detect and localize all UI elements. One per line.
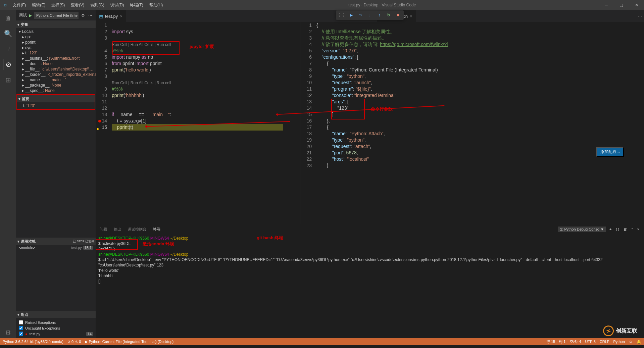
terminal-line: $ activate py36DL [98, 241, 641, 246]
panel-problems[interactable]: 问题 [100, 226, 107, 233]
variable-row[interactable]: ▸ __name__: '__main__' [16, 77, 96, 83]
menu-view[interactable]: 查看(V) [68, 1, 87, 9]
terminal-line: $ cd "c:\Users\shine\Desktop" ; env "PYT… [98, 257, 641, 268]
debug-settings-icon[interactable]: ⚙ [81, 12, 86, 18]
bottom-panel: 问题 输出 调试控制台 终端 2: Python Debug Conso ▼ +… [96, 224, 644, 338]
locals-header[interactable]: ▾ Locals [16, 29, 96, 34]
vscode-icon: ⧉ [0, 3, 10, 7]
step-out-button[interactable]: ↑ [375, 11, 384, 19]
maximize-button[interactable]: ▢ [614, 0, 629, 10]
callstack-header[interactable]: ▾调用堆栈已 STEP 已暂停 [16, 238, 96, 245]
variable-row[interactable]: ▸ t: '123' [16, 50, 96, 56]
variable-row[interactable]: ▸ __spec__: None [16, 88, 96, 93]
watch-item[interactable]: t: '123' [17, 103, 95, 108]
watermark: ✕创新互联 [603, 326, 637, 336]
debug-toolbar: ⋮⋮ ▶ ↷ ↓ ↑ ↻ ■ [336, 10, 404, 20]
variable-row[interactable]: ▸ pprint: [16, 40, 96, 45]
debug-icon[interactable]: ⊘ [3, 59, 13, 70]
variable-row[interactable]: ▸ __loader__: <_frozen_importlib_externa… [16, 72, 96, 77]
variable-row[interactable]: ▸ __builtins__: {'ArithmeticError': [16, 56, 96, 61]
minimize-button[interactable]: ─ [599, 0, 614, 10]
status-bar: Python 3.6.2 64-bit ('py36DL': conda) ⊘ … [0, 338, 644, 345]
explorer-icon[interactable]: 🗎 [3, 13, 13, 23]
drag-handle-icon[interactable]: ⋮⋮ [337, 11, 346, 19]
close-button[interactable]: ✕ [629, 0, 644, 10]
add-config-button[interactable]: 添加配置... [596, 147, 624, 157]
terminal-dropdown[interactable]: 2: Python Debug Conso ▼ [558, 227, 606, 232]
search-icon[interactable]: 🔍 [3, 28, 13, 39]
panel-output[interactable]: 输出 [114, 226, 121, 233]
menu-terminal[interactable]: 终端(T) [127, 1, 146, 9]
step-over-button[interactable]: ↷ [356, 11, 365, 19]
variable-row[interactable]: ▸ np: [16, 34, 96, 40]
menu-bar: 文件(F) 编辑(E) 选择(S) 查看(V) 转到(G) 调试(D) 终端(T… [10, 1, 165, 9]
menu-debug[interactable]: 调试(D) [108, 1, 127, 9]
status-bell-icon[interactable]: 🔔 [637, 340, 641, 344]
start-debug-button[interactable]: ▶ [29, 13, 32, 18]
stop-button[interactable]: ■ [394, 11, 402, 19]
menu-file[interactable]: 文件(F) [10, 1, 29, 9]
menu-select[interactable]: 选择(S) [49, 1, 67, 9]
menu-edit[interactable]: 编辑(E) [29, 1, 48, 9]
close-panel-icon[interactable]: × [637, 227, 640, 232]
status-python[interactable]: Python 3.6.2 64-bit ('py36DL': conda) [3, 340, 63, 344]
debug-sidebar: 调试 ▶ Python: Current File (Inte ▼ ⚙ ⋯ ▾变… [16, 10, 96, 338]
variable-row[interactable]: ▸ __package__: None [16, 83, 96, 88]
split-terminal-icon[interactable]: ⫿⫿ [615, 227, 620, 232]
panel-terminal[interactable]: 终端 [153, 225, 160, 233]
extensions-icon[interactable]: ⊞ [3, 74, 13, 85]
terminal-line: 'hhhhhh' [98, 273, 641, 279]
maximize-panel-icon[interactable]: ^ [631, 227, 634, 232]
variables-header[interactable]: ▾变量 [16, 21, 96, 28]
terminal-line: 'hello world' [98, 268, 641, 273]
debug-more-icon[interactable]: ⋯ [88, 12, 93, 18]
kill-terminal-icon[interactable]: 🗑 [623, 227, 628, 232]
status-launch[interactable]: ▶ Python: Current File (Integrated Termi… [85, 340, 174, 344]
tab-test-py[interactable]: ⬒test.py× [96, 10, 126, 22]
watch-header[interactable]: ▾监视 [17, 95, 95, 102]
variable-row[interactable]: ▸ __doc__: None [16, 61, 96, 66]
panel-debug-console[interactable]: 调试控制台 [128, 226, 146, 233]
terminal-line: (py36DL) [98, 246, 641, 252]
status-eol[interactable]: CRLF [600, 340, 609, 344]
variable-row[interactable]: ▸ sys: [16, 45, 96, 50]
minimap[interactable] [283, 22, 300, 224]
status-errors[interactable]: ⊘ 0 ⚠ 0 [67, 340, 81, 344]
step-into-button[interactable]: ↓ [365, 11, 374, 19]
variable-row[interactable]: ▸ __file__: 'c:\\Users\\shine\\Desktop\\… [16, 66, 96, 72]
terminal-body[interactable]: 激活conda 环境 git bash 终端 shine@DESKTOP-KLK… [96, 234, 644, 338]
scm-icon[interactable]: ⑂ [3, 44, 13, 54]
status-spaces[interactable]: 空格: 4 [569, 339, 581, 344]
editor-tab-bar: ⬒test.py× ⋮⋮ ▶ ↷ ↓ ↑ ↻ ■ ⫿⫿⋯ {}launch.js… [96, 10, 644, 22]
bp-raised[interactable]: Raised Exceptions [16, 319, 96, 325]
terminal-line: [] [98, 279, 641, 284]
breakpoints-header[interactable]: ▾断点 [16, 311, 96, 318]
settings-icon[interactable]: ⚙ [3, 327, 13, 338]
callstack-row[interactable]: <module> test.py 15:1 [16, 245, 96, 250]
status-pos[interactable]: 行 15，列 1 [546, 339, 565, 344]
restart-button[interactable]: ↻ [384, 11, 393, 19]
minimap[interactable] [627, 22, 644, 224]
status-lang[interactable]: Python [613, 340, 625, 344]
window-title: test.py · Desktop · Visual Studio Code [165, 3, 599, 7]
terminal-line: shine@DESKTOP-KLK9560 MINGW64 ~/Desktop [98, 236, 641, 241]
editor-left: 1234567891011121314▶15 import sysRun Cel… [96, 22, 300, 224]
title-bar: ⧉ 文件(F) 编辑(E) 选择(S) 查看(V) 转到(G) 调试(D) 终端… [0, 0, 644, 10]
menu-help[interactable]: 帮助(H) [147, 1, 166, 9]
close-tab-icon[interactable]: × [120, 14, 122, 19]
more-actions-icon[interactable]: ⋯ [638, 14, 642, 18]
debug-label: 调试 [19, 12, 27, 18]
status-feedback[interactable]: ☺ [629, 340, 633, 344]
menu-goto[interactable]: 转到(G) [88, 1, 107, 9]
activity-bar: 🗎 🔍 ⑂ ⊘ ⊞ ⚙ [0, 10, 16, 338]
debug-config-dropdown[interactable]: Python: Current File (Inte ▼ [34, 12, 79, 19]
status-encoding[interactable]: UTF-8 [585, 340, 596, 344]
bp-uncaught[interactable]: Uncaught Exceptions [16, 325, 96, 331]
new-terminal-icon[interactable]: + [609, 227, 612, 232]
close-tab-icon[interactable]: × [410, 14, 412, 19]
editor-right: 1234567891011121314151617181920212223 { … [300, 22, 644, 224]
continue-button[interactable]: ▶ [347, 11, 355, 19]
terminal-line: shine@DESKTOP-KLK9560 MINGW64 ~/Desktop [98, 252, 641, 257]
bp-file[interactable]: ●test.py14 [16, 331, 96, 337]
